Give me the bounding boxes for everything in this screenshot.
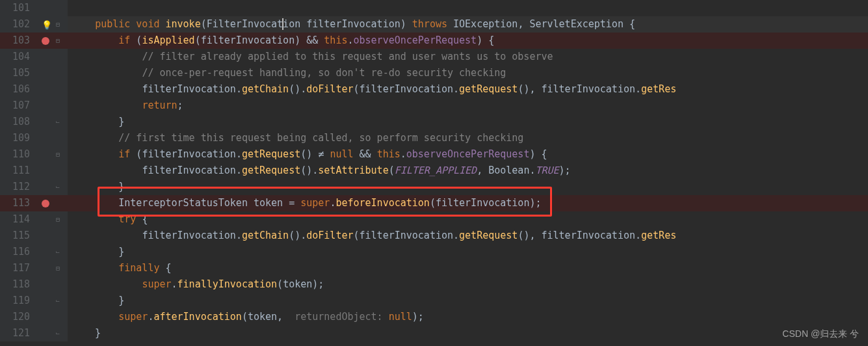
fold-toggle-icon[interactable]: ⌙ [56,119,62,126]
code-text[interactable]: } [68,293,868,309]
code-text[interactable]: super.afterInvocation(token, returnedObj… [68,309,868,325]
gutter-icons[interactable] [36,65,68,81]
gutter-icons[interactable] [36,228,68,244]
code-line[interactable]: 117⊟ finally { [0,260,868,276]
line-number[interactable]: 116 [0,244,36,260]
code-line[interactable]: 116⌙ } [0,244,868,260]
code-line[interactable]: 106 filterInvocation.getChain().doFilter… [0,81,868,98]
code-text[interactable]: } [68,325,868,341]
fold-toggle-icon[interactable]: ⊟ [56,21,62,28]
code-text[interactable]: // once-per-request handling, so don't r… [68,65,868,81]
fold-toggle-icon[interactable]: ⌙ [56,330,62,337]
gutter-icons[interactable] [36,130,68,146]
gutter-icons[interactable]: ⌙ [36,293,68,309]
code-line[interactable]: 114⊟ try { [0,211,868,228]
code-line[interactable]: 105 // once-per-request handling, so don… [0,65,868,81]
gutter-icons[interactable]: 💡⊟ [36,16,68,33]
line-number[interactable]: 103 [0,33,36,49]
watermark-text: CSDN @归去来 兮 [782,326,859,342]
line-number[interactable]: 111 [0,163,36,179]
gutter-icons[interactable] [36,98,68,114]
code-line[interactable]: 118 super.finallyInvocation(token); [0,276,868,293]
line-number[interactable]: 112 [0,179,36,195]
gutter-icons[interactable] [36,195,68,211]
gutter-icons[interactable] [36,49,68,65]
code-line[interactable]: 108⌙ } [0,114,868,130]
line-number[interactable]: 110 [0,146,36,163]
line-number[interactable]: 108 [0,114,36,130]
code-line[interactable]: 107 return; [0,98,868,114]
line-number[interactable]: 120 [0,309,36,325]
breakpoint-icon[interactable] [42,200,49,207]
gutter-icons[interactable]: ⊟ [36,146,68,163]
code-line[interactable]: 109 // first time this request being cal… [0,130,868,146]
gutter-icons[interactable]: ⌙ [36,244,68,260]
code-line[interactable]: 112⌙ } [0,179,868,195]
gutter-icons[interactable] [36,163,68,179]
gutter-icons[interactable]: ⌙ [36,114,68,130]
code-text[interactable]: } [68,244,868,260]
code-line[interactable]: 121⌙ } [0,325,868,341]
gutter-icons[interactable] [36,309,68,325]
code-text[interactable]: return; [68,98,868,114]
code-text[interactable]: super.finallyInvocation(token); [68,276,868,293]
line-number[interactable]: 104 [0,49,36,65]
code-text[interactable]: if (filterInvocation.getRequest() ≠ null… [68,146,868,163]
line-number[interactable]: 109 [0,130,36,146]
code-line[interactable]: 102💡⊟ public void invoke(FilterInvocatio… [0,16,868,33]
line-number[interactable]: 119 [0,293,36,309]
fold-toggle-icon[interactable]: ⊟ [56,152,62,158]
code-line[interactable]: 119⌙ } [0,293,868,309]
gutter-icons[interactable]: ⌙ [36,179,68,195]
line-number[interactable]: 102 [0,16,36,33]
line-number[interactable]: 113 [0,195,36,211]
code-line[interactable]: 115 filterInvocation.getChain().doFilter… [0,228,868,244]
code-text[interactable]: public void invoke(FilterInvocation filt… [68,16,868,33]
code-text[interactable]: // filter already applied to this reques… [68,49,868,65]
gutter-icons[interactable]: ⊟ [36,211,68,228]
code-line[interactable]: 104 // filter already applied to this re… [0,49,868,65]
code-text[interactable]: } [68,179,868,195]
code-text[interactable] [68,0,868,16]
code-text[interactable]: filterInvocation.getChain().doFilter(fil… [68,228,868,244]
gutter-icons[interactable]: ⌙ [36,325,68,341]
line-number[interactable]: 107 [0,98,36,114]
gutter-icons[interactable] [36,276,68,293]
code-text[interactable]: finally { [68,260,868,276]
code-line[interactable]: 101 [0,0,868,16]
line-number[interactable]: 117 [0,260,36,276]
text-cursor [282,18,283,30]
line-number[interactable]: 101 [0,0,36,16]
code-text[interactable]: } [68,114,868,130]
line-number[interactable]: 121 [0,325,36,341]
fold-toggle-icon[interactable]: ⊟ [56,265,62,272]
gutter-icons[interactable]: ⊟ [36,260,68,276]
gutter-icons[interactable] [36,81,68,98]
code-text[interactable]: if (isApplied(filterInvocation) && this.… [68,33,868,49]
code-text[interactable]: filterInvocation.getRequest().setAttribu… [68,163,868,179]
line-number[interactable]: 105 [0,65,36,81]
intention-bulb-icon[interactable]: 💡 [42,16,52,33]
code-line[interactable]: 111 filterInvocation.getRequest().setAtt… [0,163,868,179]
gutter-icons[interactable] [36,0,68,16]
fold-toggle-icon[interactable]: ⊟ [56,38,62,44]
code-text[interactable]: try { [68,211,868,228]
fold-toggle-icon[interactable]: ⌙ [56,184,62,191]
code-line[interactable]: 110⊟ if (filterInvocation.getRequest() ≠… [0,146,868,163]
line-number[interactable]: 106 [0,81,36,98]
code-text[interactable]: InterceptorStatusToken token = super.bef… [68,195,868,211]
gutter-icons[interactable]: ⊟ [36,33,68,49]
fold-toggle-icon[interactable]: ⌙ [56,249,62,256]
code-line[interactable]: 113 InterceptorStatusToken token = super… [0,195,868,211]
line-number[interactable]: 115 [0,228,36,244]
code-text[interactable]: filterInvocation.getChain().doFilter(fil… [68,81,868,98]
fold-toggle-icon[interactable]: ⌙ [56,298,62,304]
code-editor[interactable]: 101102💡⊟ public void invoke(FilterInvoca… [0,0,868,341]
code-text[interactable]: // first time this request being called,… [68,130,868,146]
breakpoint-icon[interactable] [42,37,49,45]
line-number[interactable]: 114 [0,211,36,228]
line-number[interactable]: 118 [0,276,36,293]
code-line[interactable]: 120 super.afterInvocation(token, returne… [0,309,868,325]
fold-toggle-icon[interactable]: ⊟ [56,217,62,223]
code-line[interactable]: 103⊟ if (isApplied(filterInvocation) && … [0,33,868,49]
